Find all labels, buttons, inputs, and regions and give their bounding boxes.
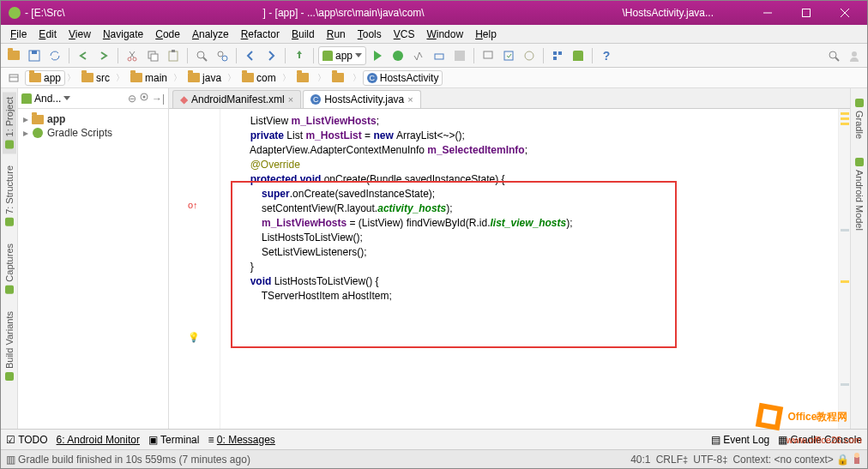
debug-button[interactable] (389, 46, 407, 65)
breadcrumb-item[interactable]: CHostsActivity (363, 70, 443, 86)
title-seg2: ] - [app] - ...\app\src\main\java\com\ (263, 7, 425, 19)
svg-point-36 (854, 453, 859, 458)
run-config-label: app (335, 50, 353, 62)
menu-vcs[interactable]: VCS (388, 27, 421, 42)
tree-node-app[interactable]: ▸app (23, 112, 163, 126)
cursor-position[interactable]: 40:1 (630, 454, 650, 466)
back-button[interactable] (241, 46, 260, 65)
search-everywhere-button[interactable] (824, 46, 843, 65)
breadcrumb-item[interactable]: app (25, 70, 65, 86)
user-icon[interactable] (845, 46, 864, 65)
close-tab-icon[interactable]: × (288, 94, 293, 105)
sdk-button[interactable] (499, 46, 518, 65)
gutter[interactable]: o↑ 💡 (184, 109, 220, 429)
caret-down-icon[interactable] (63, 96, 70, 100)
navigation-bar: app〉src〉main〉java〉com〉〉〉CHostsActivity (1, 68, 867, 88)
paste-button[interactable] (164, 46, 183, 65)
status-icon[interactable]: ▥ (6, 454, 15, 466)
sync-button[interactable] (45, 46, 64, 65)
copy-button[interactable] (143, 46, 162, 65)
find-button[interactable] (192, 46, 211, 65)
svg-rect-6 (32, 51, 37, 54)
collapse-icon[interactable]: ⊖ (128, 93, 136, 105)
breadcrumb-item[interactable]: main (126, 70, 172, 86)
gear-icon[interactable] (139, 92, 149, 105)
undo-button[interactable] (74, 46, 93, 65)
tool-window-android-model[interactable]: Android Model (853, 153, 866, 236)
menu-code[interactable]: Code (149, 27, 186, 42)
attach-button[interactable] (430, 46, 449, 65)
cut-button[interactable] (123, 46, 142, 65)
forward-button[interactable] (262, 46, 280, 65)
tool-window----project[interactable]: 1: Project (3, 92, 16, 153)
svg-rect-35 (854, 457, 859, 464)
android-monitor-button[interactable]: 6: Android Monitor (57, 434, 140, 446)
maximize-button[interactable] (787, 1, 825, 25)
tool-window-captures[interactable]: Captures (3, 238, 16, 299)
gradle-console-button[interactable]: ▦ Gradle Console (778, 434, 862, 446)
run-config-selector[interactable]: app (318, 46, 366, 65)
save-button[interactable] (25, 46, 44, 65)
breadcrumb-item[interactable]: com (238, 70, 280, 86)
menu-build[interactable]: Build (286, 27, 321, 42)
menu-edit[interactable]: Edit (33, 27, 63, 42)
help-button[interactable]: ? (597, 46, 616, 65)
make-button[interactable] (290, 46, 309, 65)
svg-rect-2 (802, 9, 810, 17)
redo-button[interactable] (94, 46, 113, 65)
breadcrumb-item[interactable] (292, 71, 316, 84)
left-tool-strip: 1: Project7: StructureCapturesBuild Vari… (1, 88, 18, 429)
menu-refactor[interactable]: Refactor (235, 27, 286, 42)
structure-button[interactable] (548, 46, 567, 65)
replace-button[interactable] (213, 46, 232, 65)
hector-icon[interactable] (852, 452, 862, 466)
override-gutter-icon[interactable]: o↑ (188, 200, 198, 210)
minimize-button[interactable] (748, 1, 787, 25)
menu-navigate[interactable]: Navigate (97, 27, 149, 42)
layout-button[interactable] (569, 46, 588, 65)
messages-button[interactable]: ≡ 0: Messages (208, 434, 274, 446)
tool-window-build-variants[interactable]: Build Variants (3, 306, 16, 386)
menu-tools[interactable]: Tools (352, 27, 388, 42)
menu-run[interactable]: Run (321, 27, 352, 42)
editor-tab[interactable]: CHostsActivity.java× (303, 90, 421, 108)
breadcrumb-item[interactable] (328, 71, 351, 84)
editor-area: ◆AndroidManifest.xml×CHostsActivity.java… (169, 88, 850, 429)
stop-button[interactable] (450, 46, 469, 65)
nav-home-button[interactable] (4, 69, 23, 87)
line-separator[interactable]: CRLF (656, 454, 683, 466)
menu-analyze[interactable]: Analyze (186, 27, 235, 42)
event-log-button[interactable]: ▤ Event Log (711, 434, 769, 446)
code-editor[interactable]: o↑ 💡 ListView m_ListViewHosts; private L… (169, 109, 850, 429)
todo-tool-button[interactable]: ☑ TODO (6, 434, 48, 446)
breadcrumb-item[interactable]: src (77, 70, 114, 86)
svg-rect-30 (9, 75, 18, 81)
tree-node-gradle-scripts[interactable]: ▸Gradle Scripts (23, 126, 163, 140)
hint-bulb-icon[interactable]: 💡 (188, 332, 200, 343)
close-button[interactable] (825, 1, 864, 25)
svg-point-8 (133, 57, 136, 61)
encoding[interactable]: UTF-8 (693, 454, 722, 466)
menu-file[interactable]: File (4, 27, 33, 42)
terminal-button[interactable]: ▣ Terminal (148, 434, 199, 446)
tool-window-gradle[interactable]: Gradle (853, 93, 866, 144)
lock-icon[interactable]: 🔒 (836, 454, 849, 466)
open-button[interactable] (4, 46, 23, 65)
menu-view[interactable]: View (63, 27, 97, 42)
context[interactable]: Context: <no context> (732, 454, 833, 466)
project-tree[interactable]: ▸app ▸Gradle Scripts (18, 109, 168, 143)
close-tab-icon[interactable]: × (407, 94, 413, 105)
project-view-label[interactable]: And... (34, 93, 61, 105)
run-button[interactable] (368, 46, 387, 65)
error-stripe[interactable] (838, 109, 850, 429)
menu-window[interactable]: Window (420, 27, 469, 42)
breadcrumb-item[interactable]: java (184, 70, 226, 86)
hide-icon[interactable]: →| (152, 93, 165, 105)
profile-button[interactable] (409, 46, 428, 65)
tool-window----structure[interactable]: 7: Structure (3, 160, 16, 231)
editor-tab[interactable]: ◆AndroidManifest.xml× (172, 90, 301, 108)
sync-gradle-button[interactable] (520, 46, 539, 65)
menu-help[interactable]: Help (469, 27, 503, 42)
avd-button[interactable] (479, 46, 497, 65)
svg-rect-14 (172, 50, 175, 52)
